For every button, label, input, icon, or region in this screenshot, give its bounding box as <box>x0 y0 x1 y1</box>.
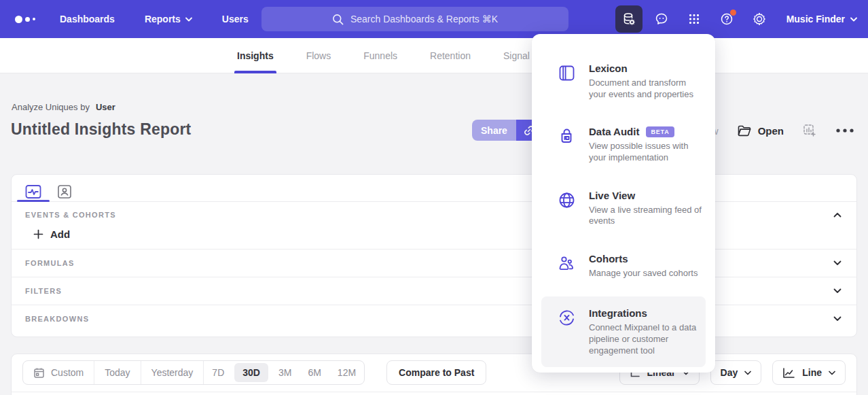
range-12m[interactable]: 12M <box>329 361 364 384</box>
search-placeholder: Search Dashboards & Reports ⌘K <box>350 14 498 24</box>
cohorts-people-icon <box>558 253 577 279</box>
granularity-select[interactable]: Day <box>710 360 762 385</box>
menu-item-body: Cohorts Manage your saved cohorts <box>589 253 698 279</box>
menu-item-description: View a live streaming feed of events <box>589 205 702 227</box>
range-yesterday[interactable]: Yesterday <box>141 361 204 384</box>
primary-nav: Dashboards Reports Users <box>60 14 249 24</box>
events-section-label: EVENTS & COHORTS <box>25 211 116 219</box>
formulas-section-row[interactable]: FORMULAS <box>12 249 856 277</box>
apps-grid-button[interactable] <box>681 5 708 33</box>
data-management-button[interactable] <box>615 5 643 33</box>
range-custom-label: Custom <box>51 367 84 378</box>
range-30d-selected[interactable]: 30D <box>234 363 268 382</box>
menu-item-description: Connect Mixpanel to a data pipeline or c… <box>589 322 699 356</box>
add-to-dashboard-icon[interactable] <box>803 124 816 137</box>
menu-item-title: Integrations <box>589 307 647 319</box>
mixpanel-insights-page: { "topbar": { "nav": [ { "label": "Dashb… <box>0 0 868 395</box>
nav-dashboards[interactable]: Dashboards <box>60 14 115 24</box>
breadcrumb: Analyze Uniques by User <box>12 102 115 112</box>
filters-section-label: FILTERS <box>25 287 62 295</box>
chevron-down-icon <box>744 371 751 375</box>
gear-icon <box>752 12 767 27</box>
open-report-button[interactable]: Open <box>738 125 784 137</box>
chart-type-select[interactable]: Line <box>772 360 846 385</box>
database-gear-icon <box>621 12 636 27</box>
events-add-row: Add <box>12 219 856 249</box>
nav-reports[interactable]: Reports <box>145 14 192 24</box>
beta-badge: BETA <box>646 126 674 137</box>
add-label: Add <box>50 228 70 240</box>
granularity-label: Day <box>721 367 738 378</box>
tab-insights[interactable]: Insights <box>221 38 290 73</box>
chat-bubble-icon <box>654 12 669 27</box>
project-selector[interactable]: Music Finder <box>786 14 857 24</box>
tab-flows[interactable]: Flows <box>290 38 348 73</box>
globe-icon <box>558 190 577 227</box>
breadcrumb-value[interactable]: User <box>96 102 115 112</box>
search-input[interactable]: Search Dashboards & Reports ⌘K <box>261 7 568 31</box>
compare-to-past-button[interactable]: Compare to Past <box>386 360 486 385</box>
range-7d[interactable]: 7D <box>204 361 232 384</box>
menu-item-integrations[interactable]: Integrations Connect Mixpanel to a data … <box>541 296 706 367</box>
person-card-icon <box>57 184 72 199</box>
audit-lock-icon <box>558 126 577 163</box>
range-3m[interactable]: 3M <box>270 361 300 384</box>
chevron-down-icon <box>833 316 842 322</box>
nav-users[interactable]: Users <box>222 14 249 24</box>
calendar-icon <box>33 367 45 379</box>
chart-controls-card: Custom Today Yesterday 7D 30D 3M 6M 12M … <box>11 354 857 395</box>
range-6m[interactable]: 6M <box>300 361 329 384</box>
folder-icon <box>738 125 751 137</box>
chevron-down-icon <box>833 288 842 294</box>
menu-item-data-audit[interactable]: Data Audit BETA View possible issues wit… <box>532 118 715 171</box>
chevron-down-icon <box>829 371 835 375</box>
feedback-button[interactable] <box>648 5 675 33</box>
nav-users-label: Users <box>222 14 249 24</box>
project-name: Music Finder <box>786 14 845 24</box>
range-today[interactable]: Today <box>94 361 141 384</box>
settings-button[interactable] <box>746 5 773 33</box>
tab-funnels[interactable]: Funnels <box>347 38 414 73</box>
notification-dot <box>730 10 736 16</box>
nav-dashboards-label: Dashboards <box>60 14 115 24</box>
breakdowns-section-row[interactable]: BREAKDOWNS <box>12 305 856 332</box>
range-custom[interactable]: Custom <box>23 361 94 384</box>
profiles-view-tab[interactable] <box>54 182 75 201</box>
chevron-down-icon <box>833 260 842 266</box>
date-controls-row: Custom Today Yesterday 7D 30D 3M 6M 12M … <box>12 354 856 385</box>
controls-divider <box>12 392 856 392</box>
chevron-down-icon <box>185 17 192 22</box>
date-range-group: Custom Today Yesterday 7D 30D 3M 6M 12M <box>22 360 365 385</box>
filters-section-row[interactable]: FILTERS <box>12 277 856 305</box>
menu-item-description: View possible issues with your implement… <box>589 141 702 163</box>
top-navigation-bar: Dashboards Reports Users Search Dashboar… <box>0 0 868 38</box>
share-button[interactable]: Share <box>472 120 516 141</box>
lexicon-book-icon <box>558 63 577 100</box>
metrics-view-tab[interactable] <box>22 182 44 201</box>
nav-reports-label: Reports <box>145 14 181 24</box>
menu-item-body: Live View View a live streaming feed of … <box>589 190 702 227</box>
page-title: Untitled Insights Report <box>11 120 191 139</box>
chart-type-label: Line <box>802 367 822 378</box>
tab-retention[interactable]: Retention <box>414 38 487 73</box>
menu-item-title: Data Audit <box>589 126 639 137</box>
menu-item-live-view[interactable]: Live View View a live streaming feed of … <box>532 182 715 235</box>
help-button[interactable] <box>713 5 740 33</box>
menu-item-title: Cohorts <box>589 253 628 264</box>
menu-item-cohorts[interactable]: Cohorts Manage your saved cohorts <box>532 245 715 288</box>
more-menu-button[interactable] <box>835 128 854 133</box>
pulse-chart-icon <box>25 184 41 199</box>
chevron-up-icon[interactable] <box>833 212 842 218</box>
topbar-actions: Music Finder <box>615 0 857 38</box>
header-actions: New Open <box>698 120 854 141</box>
plus-icon <box>33 229 43 239</box>
menu-item-lexicon[interactable]: Lexicon Document and transform your even… <box>532 54 715 108</box>
menu-item-body: Data Audit BETA View possible issues wit… <box>589 126 702 163</box>
add-event-button[interactable]: Add <box>33 228 70 240</box>
formulas-section-label: FORMULAS <box>25 259 75 267</box>
report-type-tabbar: Insights Flows Funnels Retention Signal … <box>0 38 868 73</box>
menu-item-body: Lexicon Document and transform your even… <box>589 63 702 100</box>
query-builder-card: EVENTS & COHORTS Add FORMULAS FILTERS BR… <box>11 174 857 337</box>
events-section-header[interactable]: EVENTS & COHORTS <box>12 202 856 219</box>
mixpanel-logo[interactable] <box>15 16 46 23</box>
